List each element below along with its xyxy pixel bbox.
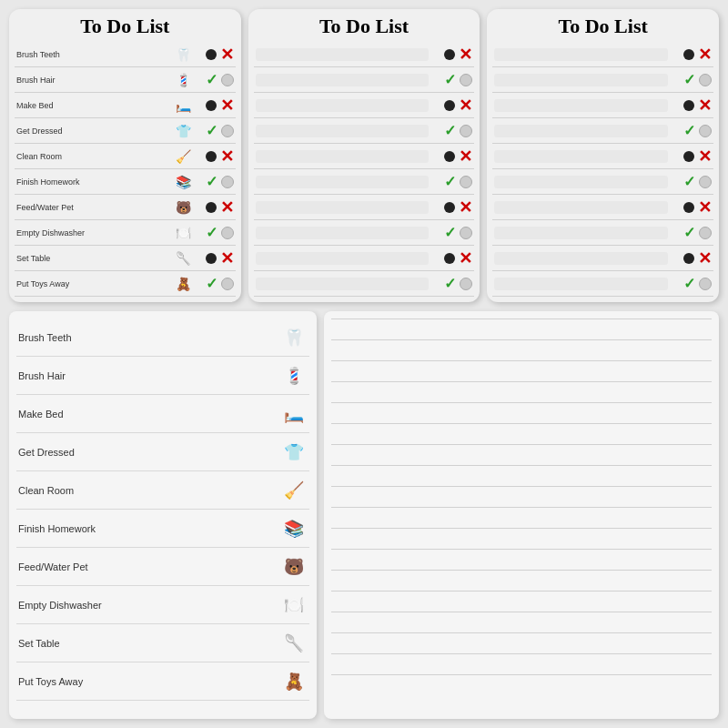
status-area[interactable]: ✕ xyxy=(432,147,472,167)
status-dot-light[interactable] xyxy=(221,125,234,137)
status-dot-light[interactable] xyxy=(699,74,712,86)
blank-label xyxy=(494,176,668,188)
status-area[interactable]: ✓ xyxy=(432,173,472,190)
status-area[interactable]: ✕ xyxy=(432,96,472,116)
status-dot[interactable] xyxy=(444,202,455,213)
status-area[interactable]: ✕ xyxy=(672,147,712,167)
status-dot-light[interactable] xyxy=(221,176,234,188)
status-check[interactable]: ✓ xyxy=(206,173,217,190)
blank-label xyxy=(494,74,668,86)
status-cross[interactable]: ✕ xyxy=(698,197,712,217)
status-dot[interactable] xyxy=(206,100,217,111)
status-area[interactable]: ✓ xyxy=(194,173,234,190)
status-area[interactable]: ✕ xyxy=(432,197,472,217)
status-cross[interactable]: ✕ xyxy=(220,96,234,116)
task-icon: 💈 xyxy=(174,70,194,90)
status-dot-light[interactable] xyxy=(221,278,234,290)
status-dot-light[interactable] xyxy=(221,227,234,239)
status-check[interactable]: ✓ xyxy=(683,122,695,139)
status-area[interactable]: ✓ xyxy=(672,275,712,292)
status-cross[interactable]: ✕ xyxy=(459,45,472,65)
status-area[interactable]: ✕ xyxy=(194,197,234,217)
status-dot-light[interactable] xyxy=(221,74,234,86)
status-area[interactable]: ✓ xyxy=(672,224,712,241)
status-cross[interactable]: ✕ xyxy=(698,147,712,167)
status-dot-light[interactable] xyxy=(699,176,712,188)
status-area[interactable]: ✓ xyxy=(194,71,234,88)
status-area[interactable]: ✓ xyxy=(672,122,712,139)
status-area[interactable]: ✕ xyxy=(672,248,712,268)
status-area[interactable]: ✕ xyxy=(194,248,234,268)
status-dot[interactable] xyxy=(683,151,694,162)
status-dot[interactable] xyxy=(683,100,694,111)
status-check[interactable]: ✓ xyxy=(683,275,695,292)
status-dot[interactable] xyxy=(444,253,455,264)
status-check[interactable]: ✓ xyxy=(444,173,456,190)
status-check[interactable]: ✓ xyxy=(444,122,456,139)
status-cross[interactable]: ✕ xyxy=(220,248,234,268)
status-cross[interactable]: ✕ xyxy=(459,248,472,268)
status-check[interactable]: ✓ xyxy=(444,275,456,292)
status-cross[interactable]: ✕ xyxy=(220,147,234,167)
status-check[interactable]: ✓ xyxy=(683,71,695,88)
status-check[interactable]: ✓ xyxy=(683,173,695,190)
status-check[interactable]: ✓ xyxy=(206,122,217,139)
status-area[interactable]: ✓ xyxy=(672,71,712,88)
status-check[interactable]: ✓ xyxy=(206,224,217,241)
blank-line xyxy=(331,318,712,319)
status-cross[interactable]: ✕ xyxy=(698,45,712,65)
board-1: To Do ListBrush Teeth🦷✕Brush Hair💈✓Make … xyxy=(9,9,241,302)
status-dot-light[interactable] xyxy=(460,125,472,137)
status-check[interactable]: ✓ xyxy=(206,71,217,88)
status-dot[interactable] xyxy=(206,151,217,162)
status-area[interactable]: ✓ xyxy=(432,71,472,88)
status-cross[interactable]: ✕ xyxy=(459,197,472,217)
status-dot-light[interactable] xyxy=(699,227,712,239)
status-area[interactable]: ✓ xyxy=(432,275,472,292)
status-dot[interactable] xyxy=(444,100,455,111)
status-area[interactable]: ✕ xyxy=(432,45,472,65)
status-area[interactable]: ✕ xyxy=(672,45,712,65)
status-area[interactable]: ✓ xyxy=(194,122,234,139)
status-area[interactable]: ✓ xyxy=(194,275,234,292)
status-cross[interactable]: ✕ xyxy=(698,248,712,268)
blank-label xyxy=(256,176,430,188)
status-dot-light[interactable] xyxy=(460,227,472,239)
blank-line xyxy=(331,653,712,654)
status-dot-light[interactable] xyxy=(460,176,472,188)
status-cross[interactable]: ✕ xyxy=(698,96,712,116)
status-dot[interactable] xyxy=(444,49,455,60)
status-dot[interactable] xyxy=(206,253,217,264)
status-check[interactable]: ✓ xyxy=(444,224,456,241)
status-cross[interactable]: ✕ xyxy=(220,197,234,217)
status-dot[interactable] xyxy=(683,202,694,213)
status-dot[interactable] xyxy=(683,253,694,264)
status-dot[interactable] xyxy=(683,49,694,60)
status-check[interactable]: ✓ xyxy=(444,71,456,88)
status-cross[interactable]: ✕ xyxy=(220,45,234,65)
status-area[interactable]: ✕ xyxy=(672,197,712,217)
status-dot-light[interactable] xyxy=(460,74,472,86)
status-area[interactable]: ✕ xyxy=(672,96,712,116)
status-area[interactable]: ✓ xyxy=(672,173,712,190)
status-dot[interactable] xyxy=(444,151,455,162)
status-dot[interactable] xyxy=(206,49,217,60)
status-area[interactable]: ✕ xyxy=(194,147,234,167)
status-area[interactable]: ✕ xyxy=(194,45,234,65)
task-label: Feed/Water Pet xyxy=(16,203,174,212)
status-area[interactable]: ✕ xyxy=(194,96,234,116)
status-area[interactable]: ✓ xyxy=(194,224,234,241)
status-dot-light[interactable] xyxy=(699,125,712,137)
status-dot[interactable] xyxy=(206,202,217,213)
status-check[interactable]: ✓ xyxy=(683,224,695,241)
status-area[interactable]: ✓ xyxy=(432,224,472,241)
status-cross[interactable]: ✕ xyxy=(459,147,472,167)
status-check[interactable]: ✓ xyxy=(206,275,217,292)
status-cross[interactable]: ✕ xyxy=(459,96,472,116)
blank-label xyxy=(494,150,668,163)
status-area[interactable]: ✕ xyxy=(432,248,472,268)
list-task-row: Set Table🥄 xyxy=(16,624,309,662)
status-dot-light[interactable] xyxy=(699,278,712,290)
status-dot-light[interactable] xyxy=(460,278,472,290)
status-area[interactable]: ✓ xyxy=(432,122,472,139)
